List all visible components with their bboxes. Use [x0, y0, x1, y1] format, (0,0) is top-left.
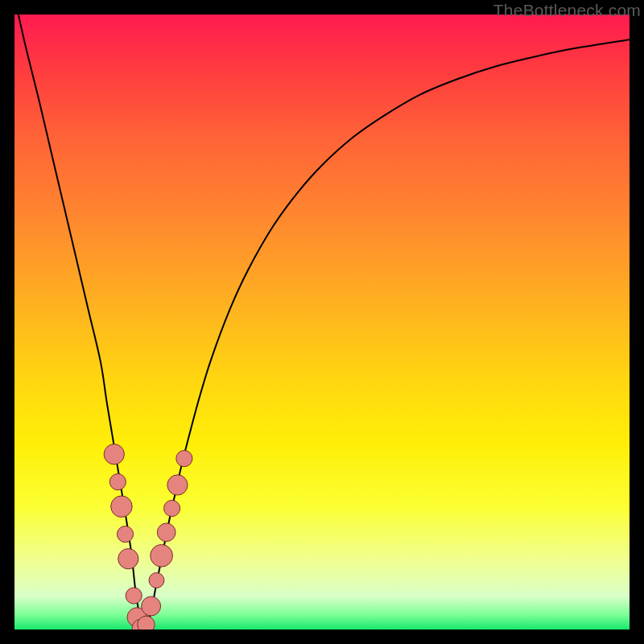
marker-dot: [164, 500, 180, 516]
watermark-text: TheBottleneck.com: [493, 1, 641, 20]
marker-dot: [151, 544, 173, 567]
bottleneck-curve: [17, 14, 630, 630]
marker-dot: [104, 444, 124, 464]
marker-dot: [109, 474, 126, 490]
marker-dot: [126, 588, 142, 604]
marker-dot: [142, 597, 161, 616]
marker-dot: [149, 572, 164, 588]
marker-dot: [111, 496, 132, 517]
marker-group: [104, 444, 192, 630]
marker-dot: [118, 549, 138, 569]
marker-dot: [176, 451, 192, 467]
marker-dot: [157, 523, 175, 542]
plot-area: [14, 14, 630, 630]
marker-dot: [117, 526, 133, 543]
marker-dot: [167, 475, 188, 495]
chart-frame: TheBottleneck.com: [0, 0, 644, 644]
curve-layer: [14, 14, 630, 630]
marker-dot: [138, 616, 155, 630]
